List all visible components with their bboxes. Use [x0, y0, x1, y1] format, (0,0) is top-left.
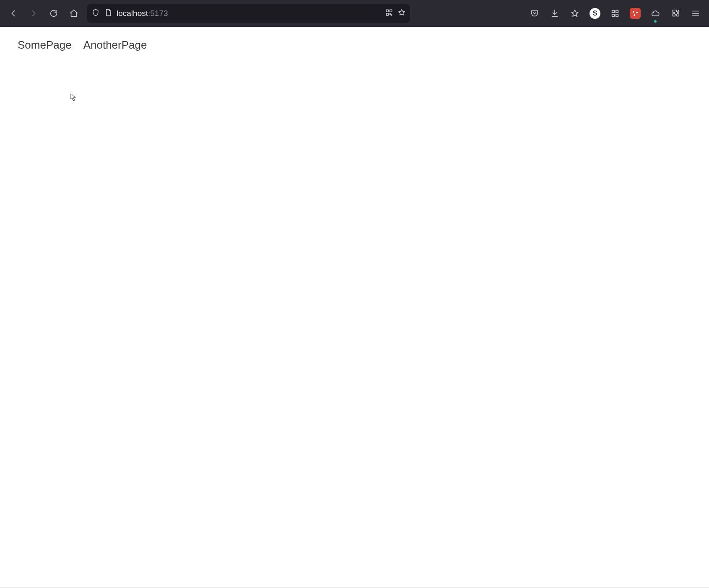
svg-rect-2 — [386, 13, 388, 16]
browser-toolbar: localhost:5173 S — [0, 0, 709, 27]
back-button[interactable] — [5, 5, 22, 22]
s-circle-icon: S — [590, 8, 600, 19]
divider — [0, 587, 709, 588]
extension-tiles-button[interactable] — [607, 5, 623, 22]
pocket-button[interactable] — [526, 5, 543, 22]
star-lines-icon — [570, 9, 579, 18]
address-text[interactable]: localhost:5173 — [117, 9, 381, 18]
nav-link-somepage[interactable]: SomePage — [18, 39, 72, 52]
svg-rect-5 — [612, 10, 615, 13]
address-port: :5173 — [148, 9, 168, 18]
arrow-right-icon — [29, 9, 38, 18]
bookmark-star-icon[interactable] — [397, 8, 406, 18]
status-dot-icon — [654, 20, 657, 23]
page-nav: SomePage AnotherPage — [18, 39, 691, 52]
nav-link-anotherpage[interactable]: AnotherPage — [83, 39, 147, 52]
shield-icon[interactable] — [91, 8, 100, 18]
home-icon — [69, 9, 78, 18]
home-button[interactable] — [65, 5, 82, 22]
address-host: localhost — [117, 9, 148, 18]
page-icon — [104, 8, 112, 18]
svg-rect-1 — [390, 10, 392, 12]
menu-button[interactable] — [687, 5, 704, 22]
forward-button[interactable] — [25, 5, 42, 22]
pocket-icon — [530, 9, 539, 18]
cloud-button[interactable] — [647, 5, 664, 22]
page-content: SomePage AnotherPage — [0, 27, 709, 63]
arrow-left-icon — [9, 9, 18, 18]
reload-button[interactable] — [45, 5, 62, 22]
reload-icon — [49, 9, 58, 18]
svg-rect-8 — [616, 14, 618, 17]
svg-rect-7 — [612, 14, 615, 17]
extensions-button[interactable] — [667, 5, 684, 22]
tiles-icon — [610, 9, 620, 18]
cloud-icon — [651, 9, 660, 18]
extension-red-button[interactable] — [627, 5, 644, 22]
svg-rect-6 — [616, 10, 618, 13]
address-bar[interactable]: localhost:5173 — [87, 4, 410, 23]
extension-s-button[interactable]: S — [587, 5, 603, 22]
bookmarks-menu-button[interactable] — [566, 5, 583, 22]
svg-rect-3 — [390, 13, 391, 15]
downloads-button[interactable] — [546, 5, 563, 22]
puzzle-icon — [671, 9, 680, 18]
qr-icon[interactable] — [385, 8, 393, 18]
svg-rect-0 — [386, 10, 388, 12]
cursor-icon — [70, 93, 76, 101]
download-icon — [550, 9, 559, 18]
svg-rect-4 — [391, 15, 392, 16]
hamburger-icon — [691, 9, 700, 18]
noscript-icon — [630, 8, 641, 19]
